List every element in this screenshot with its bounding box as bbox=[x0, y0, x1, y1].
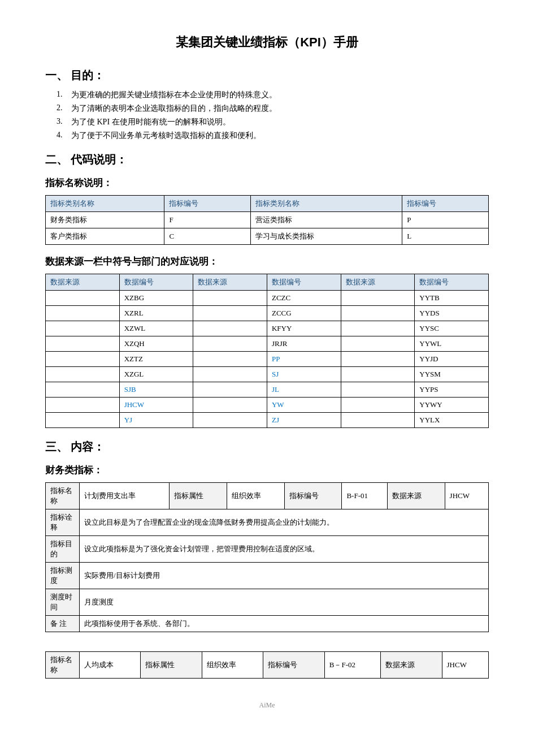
table-row: XZBGZCZCYYTB bbox=[46, 291, 489, 306]
section-1: 一、 目的： 1.为更准确的把握关键业绩指标在本企业使用时的特殊意义。 2.为了… bbox=[45, 68, 489, 141]
subsection2-1-title: 指标名称说明： bbox=[45, 176, 489, 189]
col-header-4: 指标编号 bbox=[402, 196, 489, 212]
footer: AiMe bbox=[45, 701, 489, 710]
list-item-3: 3.为了使 KPI 在使用时能有统一的解释和说明。 bbox=[57, 117, 489, 127]
table-row: 客户类指标 C 学习与成长类指标 L bbox=[46, 228, 489, 245]
table-row: XZRLZCCGYYDS bbox=[46, 306, 489, 321]
table-row: XZWLKFYYYYSC bbox=[46, 321, 489, 336]
list-item-1: 1.为更准确的把握关键业绩指标在本企业使用时的特殊意义。 bbox=[57, 90, 489, 100]
table-row: 指标名称人均成本指标属性组织效率指标编号B－F-02数据来源JHCW bbox=[46, 652, 489, 679]
section2-heading: 二、 代码说明： bbox=[45, 152, 489, 167]
list-item-4: 4.为了便于不同业务单元考核时选取指标的直接和便利。 bbox=[57, 131, 489, 141]
table-row: XZGLSJYYSM bbox=[46, 367, 489, 382]
ds-col-3: 数据来源 bbox=[193, 274, 267, 291]
section1-list: 1.为更准确的把握关键业绩指标在本企业使用时的特殊意义。 2.为了清晰的表明本企… bbox=[57, 90, 489, 141]
ds-col-5: 数据来源 bbox=[341, 274, 415, 291]
col-header-1: 指标类别名称 bbox=[46, 196, 164, 212]
table-row: 指标测度实际费用/目标计划费用 bbox=[46, 563, 489, 589]
indicator-name-table: 指标类别名称 指标编号 指标类别名称 指标编号 财务类指标 F 营运类指标 P … bbox=[45, 195, 489, 245]
subsection3-1-title: 财务类指标： bbox=[45, 464, 489, 477]
section-3: 三、 内容： 财务类指标： 指标名称计划费用支出率指标属性组织效率指标编号B-F… bbox=[45, 439, 489, 679]
ds-col-6: 数据编号 bbox=[415, 274, 489, 291]
ds-col-1: 数据来源 bbox=[46, 274, 120, 291]
table-row: XZQHJRJRYYWL bbox=[46, 336, 489, 352]
list-item-2: 2.为了清晰的表明本企业选取指标的目的，指向战略的程度。 bbox=[57, 103, 489, 114]
section3-heading: 三、 内容： bbox=[45, 439, 489, 455]
table-row: JHCWYWYYWY bbox=[46, 398, 489, 413]
table-row: SJBJLYYPS bbox=[46, 382, 489, 398]
page-title: 某集团关键业绩指标（KPI）手册 bbox=[45, 34, 489, 51]
col-header-3: 指标类别名称 bbox=[251, 196, 402, 212]
table-row: 指标名称计划费用支出率指标属性组织效率指标编号B-F-01数据来源JHCW bbox=[46, 483, 489, 509]
kpi-detail-table-2: 指标名称人均成本指标属性组织效率指标编号B－F-02数据来源JHCW bbox=[45, 651, 489, 679]
brand-name: AiMe bbox=[259, 701, 275, 709]
col-header-2: 指标编号 bbox=[164, 196, 251, 212]
table-row: 测度时间月度测度 bbox=[46, 589, 489, 616]
ds-col-2: 数据编号 bbox=[119, 274, 193, 291]
data-source-table: 数据来源 数据编号 数据来源 数据编号 数据来源 数据编号 XZBGZCZCYY… bbox=[45, 274, 489, 428]
section-2: 二、 代码说明： 指标名称说明： 指标类别名称 指标编号 指标类别名称 指标编号… bbox=[45, 152, 489, 428]
section1-heading: 一、 目的： bbox=[45, 68, 489, 83]
table-row: XZTZPPYYJD bbox=[46, 352, 489, 367]
table-row: 指标目的设立此项指标是为了强化资金计划管理，把管理费用控制在适度的区域。 bbox=[46, 536, 489, 563]
subsection2-2-title: 数据来源一栏中符号与部门的对应说明： bbox=[45, 255, 489, 268]
table-row: 财务类指标 F 营运类指标 P bbox=[46, 212, 489, 228]
table-row: 指标诠释设立此目标是为了合理配置企业的现金流降低财务费用提高企业的计划能力。 bbox=[46, 509, 489, 536]
table-row: YJZJYYLX bbox=[46, 413, 489, 428]
table-row: 备 注此项指标使用于各系统、各部门。 bbox=[46, 616, 489, 632]
kpi-detail-table-1: 指标名称计划费用支出率指标属性组织效率指标编号B-F-01数据来源JHCW指标诠… bbox=[45, 482, 489, 632]
ds-col-4: 数据编号 bbox=[267, 274, 341, 291]
